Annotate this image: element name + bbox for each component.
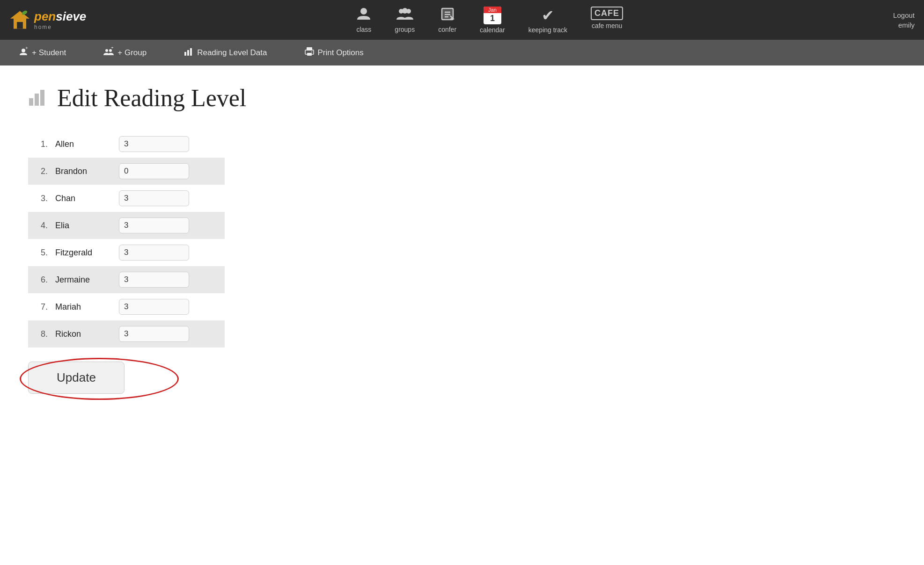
reading-level-input[interactable]	[119, 326, 189, 342]
svg-point-6	[402, 8, 408, 14]
svg-point-3	[360, 8, 367, 14]
cal-day: 1	[490, 13, 495, 24]
cal-month: Jan	[484, 7, 501, 13]
student-name: Jermaine	[55, 275, 111, 285]
nav-label-keeping-track: keeping track	[528, 26, 567, 34]
student-name: Fitzgerald	[55, 248, 111, 258]
page-title: Edit Reading Level	[57, 84, 246, 112]
student-row: 5.Fitzgerald	[28, 239, 225, 266]
page-title-area: Edit Reading Level	[28, 84, 896, 112]
add-group-icon: +	[103, 47, 114, 58]
nav-right: Logout emily	[893, 11, 915, 29]
svg-rect-16	[184, 52, 186, 56]
student-number: 8.	[35, 329, 48, 339]
add-group-label: + Group	[117, 48, 147, 58]
svg-text:+: +	[25, 47, 28, 51]
reading-level-input[interactable]	[119, 190, 189, 206]
svg-rect-18	[190, 48, 192, 56]
student-number: 2.	[35, 167, 48, 176]
nav-label-groups: groups	[395, 26, 415, 33]
check-icon: ✔	[542, 7, 554, 24]
svg-rect-24	[35, 94, 39, 106]
svg-point-13	[105, 49, 108, 52]
nav-item-groups[interactable]: groups	[395, 7, 415, 34]
nav-item-calendar[interactable]: Jan 1 calendar	[480, 7, 505, 34]
nav-label-calendar: calendar	[480, 26, 505, 34]
add-student-button[interactable]: + + Student	[19, 47, 66, 58]
update-button-wrap: Update	[28, 362, 125, 394]
student-row: 4.Elia	[28, 212, 225, 239]
student-row: 1.Allen	[28, 130, 225, 158]
add-group-button[interactable]: + + Group	[103, 47, 147, 58]
student-list: 1.Allen2.Brandon3.Chan4.Elia5.Fitzgerald…	[28, 130, 225, 348]
nav-item-class[interactable]: class	[356, 7, 371, 34]
svg-point-22	[311, 51, 312, 52]
nav-label-class: class	[356, 26, 371, 33]
reading-level-input[interactable]	[119, 217, 189, 233]
username: emily	[898, 21, 915, 29]
logout-link[interactable]: Logout	[893, 11, 915, 19]
svg-text:+: +	[111, 47, 114, 50]
svg-rect-21	[307, 53, 312, 56]
student-number: 5.	[35, 248, 48, 258]
print-icon	[305, 47, 314, 58]
update-button[interactable]: Update	[28, 362, 125, 394]
main-content: Edit Reading Level 1.Allen2.Brandon3.Cha…	[0, 65, 924, 413]
student-number: 7.	[35, 302, 48, 312]
student-row: 6.Jermaine	[28, 266, 225, 293]
student-name: Brandon	[55, 167, 111, 176]
logo-sieve: sieve	[56, 9, 86, 24]
nav-item-cafe-menu[interactable]: CAFE cafe menu	[591, 7, 623, 34]
student-name: Allen	[55, 139, 111, 149]
svg-rect-23	[29, 98, 33, 106]
bar-chart-icon	[184, 47, 193, 58]
student-number: 4.	[35, 221, 48, 231]
reading-level-input[interactable]	[119, 272, 189, 288]
student-name: Chan	[55, 194, 111, 203]
svg-rect-25	[40, 90, 44, 106]
print-options-button[interactable]: Print Options	[305, 47, 364, 58]
student-row: 7.Mariah	[28, 293, 225, 320]
nav-item-confer[interactable]: confer	[438, 7, 456, 34]
svg-rect-1	[17, 22, 23, 29]
reading-level-data-button[interactable]: Reading Level Data	[184, 47, 267, 58]
add-student-icon: +	[19, 47, 28, 58]
logo-home-label: home	[34, 24, 86, 30]
student-row: 3.Chan	[28, 185, 225, 212]
page-title-icon	[28, 85, 50, 111]
student-number: 3.	[35, 194, 48, 203]
student-name: Mariah	[55, 302, 111, 312]
print-options-label: Print Options	[318, 48, 364, 58]
reading-level-input[interactable]	[119, 299, 189, 315]
groups-icon	[396, 7, 413, 24]
cafe-icon: CAFE	[591, 7, 623, 20]
add-student-label: + Student	[32, 48, 66, 58]
top-nav: pensieve home class groups	[0, 0, 924, 40]
logo-area[interactable]: pensieve home	[9, 9, 86, 30]
student-row: 8.Rickon	[28, 320, 225, 348]
calendar-icon: Jan 1	[484, 7, 501, 24]
secondary-nav: + + Student + + Group Reading Level Data	[0, 40, 924, 65]
svg-point-11	[22, 49, 25, 52]
nav-label-confer: confer	[438, 26, 456, 33]
student-name: Elia	[55, 221, 111, 231]
nav-label-cafe-menu: cafe menu	[592, 22, 622, 29]
student-row: 2.Brandon	[28, 158, 225, 185]
confer-icon	[440, 7, 455, 24]
student-number: 6.	[35, 275, 48, 285]
svg-rect-17	[187, 50, 189, 56]
reading-level-input[interactable]	[119, 136, 189, 152]
reading-level-input[interactable]	[119, 163, 189, 179]
student-name: Rickon	[55, 329, 111, 339]
class-icon	[356, 7, 371, 24]
nav-item-keeping-track[interactable]: ✔ keeping track	[528, 7, 567, 34]
main-nav-items: class groups confer	[86, 7, 893, 34]
logo-pen: pen	[34, 9, 56, 24]
student-number: 1.	[35, 139, 48, 149]
reading-level-data-label: Reading Level Data	[197, 48, 267, 58]
reading-level-input[interactable]	[119, 245, 189, 261]
